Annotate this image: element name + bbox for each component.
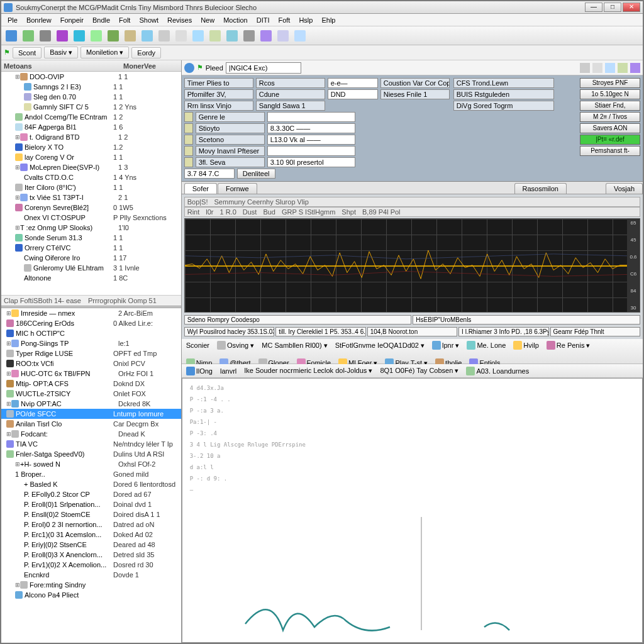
tree-row[interactable]: Iter Ciloro (8°IC')1 1 [1,182,181,192]
tree-row[interactable]: P. Eroll(0)1 Srlpenation...Doinal dvd 1 [1,499,181,509]
tree-row[interactable]: P. Eroll(0)3 X Anenclorn...Detred sld 35 [1,550,181,560]
tree-row[interactable]: Fnler-Satga SpeedV0)Dulins Utd A RSI [1,449,181,459]
tree-row[interactable]: Onex VI CT:OSPUPP Plly Sexnctions [1,213,181,223]
project-tree[interactable]: ⊞ DOO-OVIP1 1 Samngs 2 I E3)1 1 Sleg den… [1,72,181,295]
toolbar-btn-16[interactable] [275,28,291,43]
param-value[interactable]: 3.10 90l presertol [267,157,355,167]
menu-new[interactable]: New [197,15,218,25]
tree-row[interactable]: 1 Broper..Goned mild [1,469,181,479]
toolbar-btn-9[interactable] [157,28,172,43]
tool-icon-d[interactable] [618,63,628,73]
side-param-label[interactable]: DiVg Sored Togrm [453,101,554,111]
tree-row[interactable]: 84F Agperga BI11 6 [1,122,181,132]
toolbar-btn-17[interactable] [292,28,308,43]
tree-row[interactable]: ⊞ MoLepren Diee(SVP-I)1 3 [1,162,181,172]
toolbar-btn-5[interactable] [89,28,104,43]
tree-row[interactable]: Gamnly SIFT C/ 51 2 Yns [1,102,181,112]
tree-row[interactable]: ⊞ Imreside — nmex2 Arc-BiEm [1,308,181,318]
tree-row[interactable]: MIC h OCTIP"C [1,328,181,338]
lt-re-penis-[interactable]: Re Penis ▾ [545,340,592,350]
side-button-4[interactable]: Savers AON [580,123,640,133]
tree-row[interactable]: ⊞ Fodcant:Dnead K [1,429,181,439]
minimize-button[interactable]: — [585,3,602,12]
toolbar-btn-4[interactable] [72,28,87,43]
toolbar-btn-11[interactable] [191,28,206,43]
menu-ple[interactable]: Ple [4,15,21,25]
toolbar-btn-14[interactable] [242,28,257,43]
tree-row[interactable]: ⊞ t. Odigrand BTD1 2 [1,132,181,142]
denliteel-button[interactable]: Denliteel [237,169,275,179]
param-value[interactable] [267,146,355,156]
menu-hslp[interactable]: Hslp [295,15,316,25]
tree-row[interactable]: ⊞ Nvip OPT:ACDckred 8K [1,399,181,409]
param-value[interactable]: e-e— [328,78,378,88]
param-value[interactable]: 8.3.30C —— [267,123,355,133]
tree-row[interactable]: Alcono Pa4 Pliect [1,590,181,600]
menu-foft[interactable]: Foft [274,15,294,25]
menu-ehlp[interactable]: Ehlp [318,15,339,25]
side-button-6[interactable]: Pemshanst ft- [580,146,640,156]
subtool-scont[interactable]: Scont [13,47,42,58]
tree-row[interactable]: 186CCering ErOds0 Alked Lir.e: [1,318,181,328]
side-button-5[interactable]: |Pt= «r.def [580,135,640,145]
lt-a03-loandurnes[interactable]: A03. Loandurnes [464,366,531,376]
tree-row[interactable]: Bielory X TO1.2 [1,142,181,152]
toolbar-btn-7[interactable] [123,28,138,43]
lt-lpnr-[interactable]: lpnr ▾ [430,340,461,350]
side-button-1[interactable]: 1o 5.10gec N [580,89,640,99]
side-param-label[interactable]: CFS Trond.Lewn [453,78,554,88]
param-value[interactable] [267,112,355,122]
lt-lanvrl[interactable]: lanvrl [218,367,238,375]
tool-icon-c[interactable] [605,63,615,73]
tree-row[interactable]: PO/de SFCCLntump Ionmure [1,409,181,419]
subtool-moniletion[interactable]: Moniletion ▾ [80,47,129,58]
side-param-label[interactable]: BUIS Rstguleden [453,89,554,99]
tool-icon-a[interactable] [580,63,590,73]
tree-row[interactable]: TIA VCNe/ntndcy léler T Ip [1,439,181,449]
toolbar-btn-2[interactable] [38,28,53,43]
tree-row[interactable]: P. EFolly0.2 Stcor CPDored ad 67 [1,489,181,499]
tree-row[interactable]: ⊞ HUC-OTC 6x TBI/FPNOrHz FOI 1 [1,369,181,379]
tree-row[interactable]: Anilan Tisrl CloCar Decgrn Bx [1,419,181,429]
tree-row[interactable]: Sleg den 0.701 1 [1,92,181,102]
bottom-value[interactable]: 3.7 84 7.C [184,169,235,179]
toolbar-btn-1[interactable] [21,28,36,43]
tool-icon-e[interactable] [630,63,640,73]
tree-row[interactable]: P. Eriy|(0)2 StsenCEDeared ad 48 [1,540,181,550]
tab-rasosmilon[interactable]: Rasosmilon [514,183,567,194]
toolbar-btn-12[interactable] [208,28,223,43]
toolbar-btn-15[interactable] [258,28,274,43]
tree-row[interactable]: Altonone1 8C [1,273,181,283]
tab-sofer[interactable]: Sofer [184,183,217,194]
tree-row[interactable]: ⊞ DOO-OVIP1 1 [1,72,181,82]
lt-ike-souder-nocrmieric-leclok-dol-joldus-[interactable]: Ike Souder nocrmieric Leclok dol-Joldus … [242,366,374,375]
tab-vosjah[interactable]: Vosjah [606,183,643,194]
tree-row[interactable]: Mtip- OPT:A CFSDoknd DX [1,379,181,389]
side-button-0[interactable]: Stroyes PNF [580,78,640,88]
globe-icon[interactable] [184,63,194,73]
menu-folt[interactable]: Folt [115,15,134,25]
tree-row[interactable]: ROO:tx VCfiOnixl PCV [1,358,181,369]
tree-row[interactable]: Samngs 2 I E3)1 1 [1,82,181,92]
param-value[interactable]: L13.0 Vk al —— [267,135,355,145]
toolbar-btn-3[interactable] [55,28,70,43]
tree-row[interactable]: Corenyn Sevre(Blé2]0 1W5 [1,203,181,213]
subtool-eordy[interactable]: Eordy [131,47,161,58]
properties-tree[interactable]: ⊞ Imreside — nmex2 Arc-BiEm 186CCering E… [1,308,181,643]
lower-canvas[interactable]: 4 d4.3x.JaP -:1 -4 . .P -:a 3 a.Pa:1-| -… [182,378,643,643]
tree-row[interactable]: + Basled KDored 6 llentordtosd [1,479,181,489]
tree-row[interactable]: P. Erol)0 2 3I nernortion...Datred ad oN [1,519,181,530]
tree-row[interactable]: lay Coreng V Or1 1 [1,152,181,162]
lt-ilong[interactable]: IlOng [184,366,214,376]
toolbar-btn-13[interactable] [225,28,240,43]
tree-row[interactable]: Typer Rdige LUSEOPFT ed Tmp [1,348,181,358]
toolbar-btn-8[interactable] [140,28,155,43]
close-button[interactable]: ✕ [623,3,640,12]
tree-row[interactable]: WUCTLe-2TSICYOnlet FOX [1,389,181,399]
tree-row[interactable]: Orrery CTéIVC1 1 [1,243,181,253]
tree-row[interactable]: ⊞ T :ez Onmg UP Slooks)1'l0 [1,223,181,233]
lt-sconier[interactable]: Sconier [184,341,211,350]
param-value[interactable]: DND [328,89,378,99]
tree-row[interactable]: Sonde Serum 31.31 1 [1,233,181,243]
toolbar-btn-10[interactable] [174,28,189,43]
